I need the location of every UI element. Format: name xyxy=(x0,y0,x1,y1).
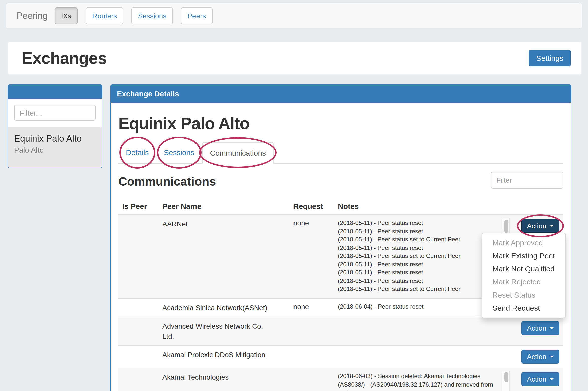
action-button[interactable]: Action xyxy=(521,321,559,335)
peer-name: Advanced Wireless Network Co. Ltd. xyxy=(162,321,270,341)
action-button[interactable]: Action xyxy=(521,350,559,364)
exchange-details-heading: Exchange Details xyxy=(111,85,571,103)
navbar-brand: Peering xyxy=(6,11,55,21)
exchange-list-item-city: Palo Alto xyxy=(14,145,96,156)
notes-cell xyxy=(334,317,513,345)
action-button-label: Action xyxy=(527,324,546,333)
note-line: (2018-05-11) - Peer status reset xyxy=(338,244,500,252)
request-cell xyxy=(289,368,334,391)
request-cell xyxy=(289,345,334,368)
is-peer-cell xyxy=(118,298,158,317)
nav-button-peers[interactable]: Peers xyxy=(181,7,212,24)
tab-sessions[interactable]: Sessions xyxy=(156,142,202,164)
note-line: (2018-05-11) - Peer status set to Curren… xyxy=(338,285,500,293)
exchange-list-panel: Equinix Palo Alto Palo Alto xyxy=(8,84,102,168)
column-header-action xyxy=(513,198,563,215)
note-line: (2018-05-11) - Peer status reset xyxy=(338,219,500,227)
dropdown-item-mark-existing-peer[interactable]: Mark Existing Peer xyxy=(482,249,565,262)
peer-name-cell: Advanced Wireless Network Co. Ltd. xyxy=(158,317,289,345)
nav-button-sessions[interactable]: Sessions xyxy=(132,7,173,24)
page-title: Exchanges xyxy=(22,49,107,68)
action-button-label: Action xyxy=(527,221,546,230)
detail-tabs: Details Sessions Communications xyxy=(118,142,563,164)
communications-filter-input[interactable] xyxy=(491,172,563,189)
note-line: (2018-06-04) - Peer status reset xyxy=(338,303,500,311)
note-line: (2018-05-11) - Peer status set to Curren… xyxy=(338,235,500,244)
table-row: Akamai Prolexic DDoS MitigationAction xyxy=(118,345,563,368)
column-header-peer-name: Peer Name xyxy=(158,198,289,215)
action-button-label: Action xyxy=(527,375,546,384)
column-header-request: Request xyxy=(289,198,334,215)
is-peer-cell xyxy=(118,317,158,345)
notes-scrollbar-thumb[interactable] xyxy=(504,372,508,382)
notes-list[interactable]: (2018-06-03) - Session deleted: Akamai T… xyxy=(338,372,500,391)
tab-communications[interactable]: Communications xyxy=(202,142,274,164)
notes-list[interactable]: (2018-05-11) - Peer status reset(2018-05… xyxy=(338,219,500,294)
peer-name: Academia Sinica Network(ASNet) xyxy=(162,303,270,313)
note-line: (2018-05-11) - Peer status set to Curren… xyxy=(338,252,500,260)
notes-cell xyxy=(334,345,513,368)
tab-sessions-label[interactable]: Sessions xyxy=(156,142,202,163)
caret-down-icon xyxy=(550,327,554,329)
note-line: (2018-06-03) - Session deleted: Akamai T… xyxy=(338,372,500,391)
top-navbar: Peering IXs Routers Sessions Peers xyxy=(6,3,582,29)
is-peer-cell xyxy=(118,215,158,298)
action-cell: Action xyxy=(513,317,563,345)
peer-name-cell: Akamai Technologies xyxy=(158,368,289,391)
caret-down-icon xyxy=(550,356,554,358)
action-dropdown-menu: Mark ApprovedMark Existing PeerMark Not … xyxy=(482,233,566,318)
tab-details[interactable]: Details xyxy=(118,142,156,164)
action-button[interactable]: Action xyxy=(521,372,559,386)
is-peer-cell xyxy=(118,345,158,368)
notes-scrollbar-thumb[interactable] xyxy=(504,220,508,233)
request-cell: none xyxy=(289,298,334,317)
exchange-list-item[interactable]: Equinix Palo Alto Palo Alto xyxy=(8,127,102,168)
action-button[interactable]: Action xyxy=(521,219,559,233)
note-line: (2018-05-11) - Peer status reset xyxy=(338,277,500,285)
peer-name-cell: Akamai Prolexic DDoS Mitigation xyxy=(158,345,289,368)
is-peer-cell xyxy=(118,368,158,391)
communications-table: Is Peer Peer Name Request Notes AARNetno… xyxy=(118,198,563,391)
column-header-notes: Notes xyxy=(334,198,513,215)
tab-details-label[interactable]: Details xyxy=(118,142,156,163)
nav-button-routers[interactable]: Routers xyxy=(86,7,124,24)
peer-name: Akamai Technologies xyxy=(162,372,270,382)
dropdown-item-mark-approved[interactable]: Mark Approved xyxy=(482,236,565,249)
exchange-title: Equinix Palo Alto xyxy=(118,114,563,133)
exchange-list-panel-heading xyxy=(8,85,102,99)
table-row: AARNetnone(2018-05-11) - Peer status res… xyxy=(118,215,563,298)
exchange-details-panel: Exchange Details Equinix Palo Alto Detai… xyxy=(110,84,571,391)
dropdown-item-mark-not-qualified[interactable]: Mark Not Qualified xyxy=(482,262,565,275)
notes-list: (2018-06-04) - Peer status reset xyxy=(338,303,500,311)
note-line: (2018-05-11) - Peer status reset xyxy=(338,260,500,268)
caret-down-icon xyxy=(550,225,554,227)
exchange-filter-input[interactable] xyxy=(14,105,96,121)
note-line: (2018-05-11) - Peer status reset xyxy=(338,227,500,235)
communications-heading: Communications xyxy=(118,175,216,189)
action-cell: ActionMark ApprovedMark Existing PeerMar… xyxy=(513,215,563,298)
note-line: (2018-05-11) - Peer status reset xyxy=(338,268,500,277)
peer-name: Akamai Prolexic DDoS Mitigation xyxy=(162,350,270,360)
peer-name: AARNet xyxy=(162,219,270,229)
dropdown-item-mark-rejected[interactable]: Mark Rejected xyxy=(482,275,565,288)
exchange-list-item-name: Equinix Palo Alto xyxy=(14,133,96,145)
notes-cell: (2018-06-03) - Session deleted: Akamai T… xyxy=(334,368,513,391)
dropdown-item-send-request[interactable]: Send Request xyxy=(482,302,565,315)
request-cell: none xyxy=(289,215,334,298)
page-header-card: Exchanges Settings xyxy=(8,41,582,75)
dropdown-item-reset-status[interactable]: Reset Status xyxy=(482,288,565,302)
action-cell: Action xyxy=(513,345,563,368)
peer-name-cell: Academia Sinica Network(ASNet) xyxy=(158,298,289,317)
notes-scrollbar-track[interactable] xyxy=(503,371,510,391)
screenshot-root: Peering IXs Routers Sessions Peers Excha… xyxy=(0,0,588,391)
nav-button-ixs[interactable]: IXs xyxy=(55,7,78,24)
action-cell: Action xyxy=(513,368,563,391)
request-cell xyxy=(289,317,334,345)
action-button-label: Action xyxy=(527,352,546,361)
caret-down-icon xyxy=(550,378,554,380)
tab-communications-label[interactable]: Communications xyxy=(202,142,274,164)
table-header-row: Is Peer Peer Name Request Notes xyxy=(118,198,563,215)
settings-button[interactable]: Settings xyxy=(529,50,571,66)
peer-name-cell: AARNet xyxy=(158,215,289,298)
table-row: Advanced Wireless Network Co. Ltd.Action xyxy=(118,317,563,345)
